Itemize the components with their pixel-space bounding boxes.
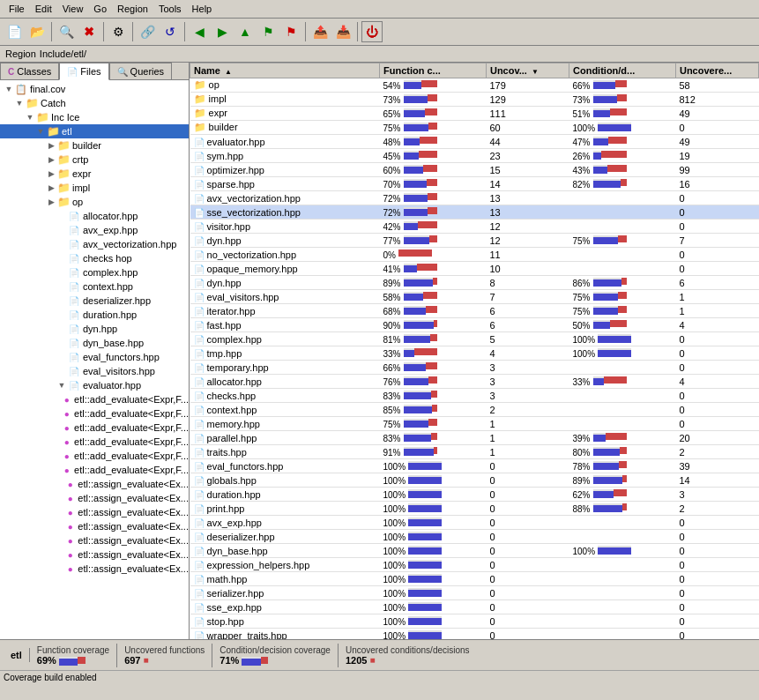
table-row[interactable]: 📄 sse_exp.hpp 100% 0 0 <box>190 600 759 614</box>
tree-item-eval-visitors[interactable]: 📄 eval_visitors.hpp <box>0 364 189 378</box>
table-row[interactable]: 📄 avx_exp.hpp 100% 0 0 <box>190 516 759 530</box>
table-row[interactable]: 📄 checks.hpp 83% 3 0 <box>190 389 759 403</box>
table-row[interactable]: 📄 wrapper_traits.hpp 100% 0 0 <box>190 629 759 640</box>
table-row[interactable]: 📄 dyn.hpp 77% 12 75% 7 <box>190 234 759 248</box>
tree-item-expr[interactable]: ▶ 📁 expr <box>0 167 189 181</box>
tree-item-builder[interactable]: ▶ 📁 builder <box>0 138 189 153</box>
tree-item-crtp[interactable]: ▶ 📁 crtp <box>0 153 189 167</box>
table-row[interactable]: 📄 traits.hpp 91% 1 80% 2 <box>190 445 759 459</box>
flag-green-button[interactable]: ⚑ <box>257 21 279 42</box>
find-button[interactable]: 🔍 <box>56 21 77 42</box>
tree-item-etl-assign-4[interactable]: ● etl::assign_evaluate<Ex... <box>0 519 189 533</box>
col-header-uncov-cond[interactable]: Uncovere... <box>675 63 758 78</box>
table-row[interactable]: 📄 visitor.hpp 42% 12 0 <box>190 220 759 234</box>
tree-item-etl-add-6[interactable]: ● etl::add_evaluate<Expr,F... <box>0 463 189 477</box>
stop-button[interactable]: ✖ <box>78 21 100 42</box>
tree-item-allocator[interactable]: 📄 allocator.hpp <box>0 209 189 223</box>
link-button[interactable]: 🔗 <box>137 21 158 42</box>
tree-item-etl[interactable]: ▼ 📁 etl <box>0 124 189 138</box>
menu-view[interactable]: View <box>57 2 89 16</box>
table-row[interactable]: 📄 expression_helpers.hpp 100% 0 0 <box>190 558 759 572</box>
next-button[interactable]: ▶ <box>212 21 233 42</box>
tree-item-evaluator[interactable]: ▼ 📄 evaluator.hpp <box>0 378 189 392</box>
menu-region[interactable]: Region <box>112 2 153 16</box>
table-row[interactable]: 📄 serializer.hpp 100% 0 0 <box>190 586 759 600</box>
table-row[interactable]: 📄 math.hpp 100% 0 0 <box>190 572 759 586</box>
refresh-button[interactable]: ↺ <box>160 21 181 42</box>
tree-item-etl-add-5[interactable]: ● etl::add_evaluate<Expr,F... <box>0 449 189 463</box>
toggle-impl[interactable]: ▶ <box>46 183 56 192</box>
menu-go[interactable]: Go <box>88 2 112 16</box>
power-button[interactable]: ⏻ <box>361 21 383 42</box>
table-row[interactable]: 📄 sym.hpp 45% 23 26% 19 <box>190 149 759 163</box>
tree-item-eval-functors[interactable]: 📄 eval_functors.hpp <box>0 350 189 364</box>
table-row[interactable]: 📄 avx_vectorization.hpp 72% 13 0 <box>190 191 759 205</box>
table-row[interactable]: 📄 iterator.hpp 68% 6 75% 1 <box>190 304 759 318</box>
table-row[interactable]: 📁 expr 65% 111 51% 49 <box>190 107 759 121</box>
tree-item-etl-add-1[interactable]: ● etl::add_evaluate<Expr,F... <box>0 392 189 406</box>
tree-item-etl-assign-7[interactable]: ● etl::assign_evaluate<Ex... <box>0 562 189 576</box>
col-header-uncov-func[interactable]: Uncov... ▼ <box>486 63 569 78</box>
menu-file[interactable]: File <box>4 2 30 16</box>
table-row[interactable]: 📄 allocator.hpp 76% 3 33% 4 <box>190 375 759 389</box>
table-row[interactable]: 📄 duration.hpp 100% 0 62% 3 <box>190 488 759 502</box>
toggle-builder[interactable]: ▶ <box>46 141 56 150</box>
up-button[interactable]: ▲ <box>234 21 256 42</box>
toggle-final-cov[interactable]: ▼ <box>4 85 14 93</box>
table-row[interactable]: 📄 deserializer.hpp 100% 0 0 <box>190 530 759 544</box>
tab-classes[interactable]: C Classes <box>0 63 59 79</box>
tree-item-duration[interactable]: 📄 duration.hpp <box>0 308 189 322</box>
tab-files[interactable]: 📄 Files <box>59 63 108 80</box>
tree-item-etl-assign-6[interactable]: ● etl::assign_evaluate<Ex... <box>0 547 189 562</box>
new-button[interactable]: 📄 <box>4 21 25 42</box>
table-row[interactable]: 📄 parallel.hpp 83% 1 39% 20 <box>190 431 759 445</box>
table-row[interactable]: 📁 op 54% 179 66% 58 <box>190 78 759 93</box>
tree-item-final-cov[interactable]: ▼ 📋 final.cov <box>0 82 189 96</box>
table-row[interactable]: 📄 globals.hpp 100% 0 89% 14 <box>190 473 759 488</box>
tree-item-etl-assign-3[interactable]: ● etl::assign_evaluate<Ex... <box>0 505 189 519</box>
tree-item-etl-add-3[interactable]: ● etl::add_evaluate<Expr,F... <box>0 421 189 435</box>
table-row[interactable]: 📄 memory.hpp 75% 1 0 <box>190 417 759 431</box>
table-row[interactable]: 📄 dyn_base.hpp 100% 0 100% 0 <box>190 544 759 558</box>
tree-item-etl-add-2[interactable]: ● etl::add_evaluate<Expr,F... <box>0 406 189 421</box>
col-header-name[interactable]: Name ▲ <box>190 63 380 78</box>
tree-item-op[interactable]: ▶ 📁 op <box>0 195 189 209</box>
toggle-include[interactable]: ▼ <box>25 113 35 122</box>
open-button[interactable]: 📂 <box>26 21 48 42</box>
toggle-catch[interactable]: ▼ <box>14 99 25 108</box>
tree-item-complex[interactable]: 📄 complex.hpp <box>0 265 189 279</box>
toggle-evaluator[interactable]: ▼ <box>56 381 67 390</box>
tag-button[interactable]: ⚙ <box>108 21 129 42</box>
export2-button[interactable]: 📥 <box>332 21 353 42</box>
toggle-op[interactable]: ▶ <box>46 197 56 206</box>
table-row[interactable]: 📄 context.hpp 85% 2 0 <box>190 403 759 417</box>
tree-item-impl[interactable]: ▶ 📁 impl <box>0 181 189 195</box>
table-row[interactable]: 📄 tmp.hpp 33% 4 100% 0 <box>190 346 759 361</box>
menu-help[interactable]: Help <box>187 2 218 16</box>
export1-button[interactable]: 📤 <box>309 21 331 42</box>
table-row[interactable]: 📄 print.hpp 100% 0 88% 2 <box>190 502 759 516</box>
tree-item-avx-vec[interactable]: 📄 avx_vectorization.hpp <box>0 237 189 251</box>
tree-item-catch[interactable]: ▼ 📁 Catch <box>0 96 189 110</box>
table-row[interactable]: 📄 no_vectorization.hpp 0% 11 0 <box>190 248 759 262</box>
tree-view[interactable]: ▼ 📋 final.cov ▼ 📁 Catch ▼ 📁 Inc Ice <box>0 80 189 639</box>
table-row[interactable]: 📄 evaluator.hpp 48% 44 47% 49 <box>190 135 759 149</box>
tab-queries[interactable]: 🔍 Queries <box>109 63 173 79</box>
col-header-func[interactable]: Function c... <box>380 63 487 78</box>
tree-item-checks[interactable]: 📄 checks hop <box>0 251 189 265</box>
tree-item-etl-assign-2[interactable]: ● etl::assign_evaluate<Ex... <box>0 491 189 505</box>
table-row[interactable]: 📄 eval_functors.hpp 100% 0 78% 39 <box>190 459 759 473</box>
tree-item-avx-exp[interactable]: 📄 avx_exp.hpp <box>0 223 189 237</box>
table-row[interactable]: 📄 optimizer.hpp 60% 15 43% 99 <box>190 163 759 177</box>
table-row[interactable]: 📄 temporary.hpp 66% 3 0 <box>190 361 759 375</box>
table-row[interactable]: 📄 stop.hpp 100% 0 0 <box>190 614 759 629</box>
table-row[interactable]: 📄 opaque_memory.hpp 41% 10 0 <box>190 262 759 276</box>
toggle-etl[interactable]: ▼ <box>35 127 46 136</box>
table-row[interactable]: 📁 builder 75% 60 100% 0 <box>190 121 759 135</box>
menu-edit[interactable]: Edit <box>30 2 57 16</box>
tree-item-etl-add-4[interactable]: ● etl::add_evaluate<Expr,F... <box>0 435 189 449</box>
toggle-crtp[interactable]: ▶ <box>46 155 56 164</box>
table-row[interactable]: 📄 sse_vectorization.hpp 72% 13 0 <box>190 205 759 220</box>
tree-item-context[interactable]: 📄 context.hpp <box>0 279 189 294</box>
col-header-cond[interactable]: Condition/d... <box>569 63 676 78</box>
